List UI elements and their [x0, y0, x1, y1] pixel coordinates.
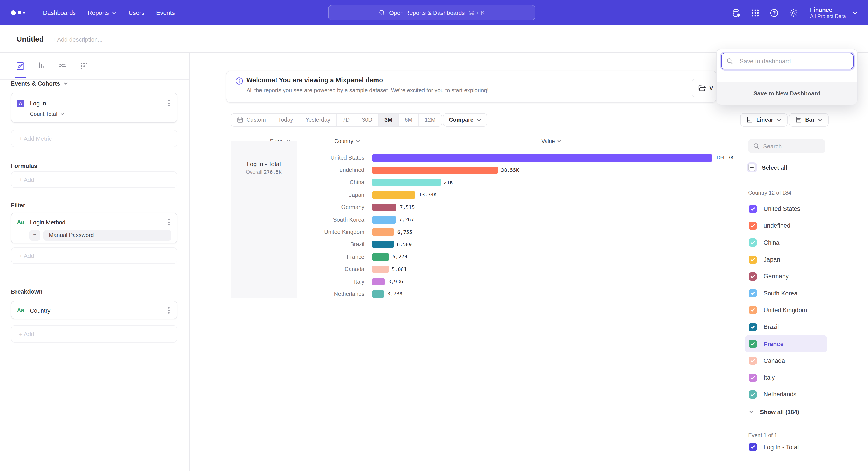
value-bar[interactable] [372, 179, 440, 186]
report-title[interactable]: Untitled [17, 35, 43, 43]
legend-checkbox[interactable] [749, 256, 757, 264]
select-all-row[interactable]: Select all [748, 164, 787, 171]
nav-item-reports[interactable]: Reports [82, 6, 123, 20]
show-all-button[interactable]: Show all (184) [745, 406, 799, 418]
legend-item-italy[interactable]: Italy [745, 369, 827, 386]
legend-checkbox[interactable] [749, 289, 757, 297]
filter-kebab-icon[interactable] [166, 217, 171, 227]
chart-type-button[interactable]: Bar [789, 113, 829, 127]
legend-item-germany[interactable]: Germany [745, 268, 827, 285]
legend-item-netherlands[interactable]: Netherlands [745, 386, 827, 403]
range-today[interactable]: Today [272, 114, 300, 126]
tab-flows[interactable] [57, 61, 68, 71]
legend-checkbox[interactable] [749, 390, 757, 399]
filter-operator[interactable]: = [29, 230, 40, 241]
value-bar[interactable] [372, 154, 712, 161]
legend-checkbox[interactable] [749, 340, 757, 348]
legend-item-china[interactable]: China [745, 234, 827, 251]
add-breakdown-button[interactable]: + Add [11, 325, 177, 343]
nav-item-dashboards[interactable]: Dashboards [37, 6, 82, 20]
range-12m[interactable]: 12M [419, 114, 442, 126]
legend-list: United StatesundefinedChinaJapanGermanyS… [745, 200, 827, 403]
save-to-dashboard-input[interactable]: Save to dashboard... [721, 53, 854, 69]
legend-checkbox[interactable] [749, 272, 757, 281]
nav-item-events[interactable]: Events [150, 6, 181, 20]
legend-checkbox[interactable] [749, 306, 757, 314]
project-switcher[interactable]: Finance All Project Data [810, 6, 858, 19]
popover-footer: Save to New Dashboard [717, 82, 857, 105]
legend-item-undefined[interactable]: undefined [745, 217, 827, 234]
legend-item-france[interactable]: France [745, 335, 827, 352]
save-to-new-dashboard-button[interactable]: Save to New Dashboard [753, 90, 820, 97]
range-3m[interactable]: 3M [379, 114, 399, 126]
country-label: Canada [190, 266, 364, 272]
legend-item-united-kingdom[interactable]: United Kingdom [745, 302, 827, 319]
banner-title: Welcome! You are viewing a Mixpanel demo [246, 77, 383, 84]
value-label: 3,936 [388, 279, 403, 285]
legend-checkbox[interactable] [749, 238, 757, 246]
legend-event-row[interactable]: Log In - Total [745, 440, 799, 454]
data-management-icon[interactable] [731, 8, 741, 18]
legend-item-united-states[interactable]: United States [745, 200, 827, 217]
range-yesterday[interactable]: Yesterday [300, 114, 337, 126]
value-bar[interactable] [372, 291, 384, 298]
breakdown-card[interactable]: Aa Country [11, 301, 177, 319]
add-filter-button[interactable]: + Add [11, 247, 177, 264]
legend-item-brazil[interactable]: Brazil [745, 319, 827, 335]
property-type-badge: Aa [17, 219, 24, 225]
value-bar[interactable] [372, 254, 389, 261]
column-header-country[interactable]: Country [326, 138, 369, 144]
mixpanel-logo-icon[interactable] [11, 10, 31, 15]
tab-insights[interactable] [15, 61, 26, 71]
search-icon [379, 9, 385, 16]
legend-checkbox[interactable] [749, 357, 757, 365]
filter-value[interactable]: Manual Password [43, 230, 171, 241]
value-bar[interactable] [372, 266, 389, 273]
legend-checkbox[interactable] [749, 374, 757, 382]
demo-banner: Welcome! You are viewing a Mixpanel demo… [226, 70, 717, 103]
range-30d[interactable]: 30D [356, 114, 379, 126]
value-bar[interactable] [372, 192, 416, 199]
help-icon[interactable] [769, 8, 779, 18]
select-all-checkbox[interactable] [748, 164, 755, 171]
legend-checkbox[interactable] [749, 205, 757, 213]
add-description-placeholder[interactable]: + Add description... [53, 36, 103, 43]
settings-gear-icon[interactable] [789, 8, 798, 18]
range-custom[interactable]: Custom [231, 114, 272, 126]
scale-selector-button[interactable]: Linear [740, 113, 787, 127]
add-formula-button[interactable]: + Add [11, 172, 177, 188]
top-nav: DashboardsReportsUsersEvents Open Report… [0, 0, 868, 25]
global-search-input[interactable]: Open Reports & Dashboards ⌘ + K [328, 5, 535, 20]
formulas-heading: Formulas [11, 163, 37, 169]
range-7d[interactable]: 7D [337, 114, 356, 126]
legend-checkbox[interactable] [749, 222, 757, 230]
value-bar[interactable] [372, 229, 394, 236]
compare-button[interactable]: Compare [443, 113, 487, 127]
filter-card[interactable]: Aa Login Method = Manual Password [11, 213, 177, 243]
breakdown-kebab-icon[interactable] [166, 305, 171, 315]
legend-search-input[interactable]: Search [748, 139, 825, 153]
nav-item-users[interactable]: Users [123, 6, 150, 20]
metric-card[interactable]: A Log In Count Total [11, 93, 177, 123]
range-6m[interactable]: 6M [399, 114, 419, 126]
tab-retention[interactable] [79, 61, 90, 71]
value-bar[interactable] [372, 216, 396, 223]
value-bar[interactable] [372, 278, 385, 285]
apps-grid-icon[interactable] [751, 8, 759, 17]
aggregation-selector[interactable]: Count Total [30, 111, 177, 117]
legend-item-japan[interactable]: Japan [745, 251, 827, 268]
column-header-value[interactable]: Value [531, 138, 572, 144]
add-metric-button[interactable]: + Add Metric [11, 130, 177, 147]
legend-checkbox[interactable] [749, 323, 757, 331]
legend-item-canada[interactable]: Canada [745, 352, 827, 369]
event-checkbox[interactable] [749, 443, 757, 451]
value-bar[interactable] [372, 241, 394, 248]
legend-item-south-korea[interactable]: South Korea [745, 285, 827, 302]
value-bar[interactable] [372, 204, 397, 211]
tab-funnels[interactable] [36, 61, 47, 71]
value-bar[interactable] [372, 167, 498, 174]
country-label: Netherlands [190, 291, 364, 297]
metric-kebab-icon[interactable] [166, 98, 171, 108]
chevron-down-icon [476, 117, 482, 122]
events-cohorts-heading[interactable]: Events & Cohorts [11, 80, 68, 87]
